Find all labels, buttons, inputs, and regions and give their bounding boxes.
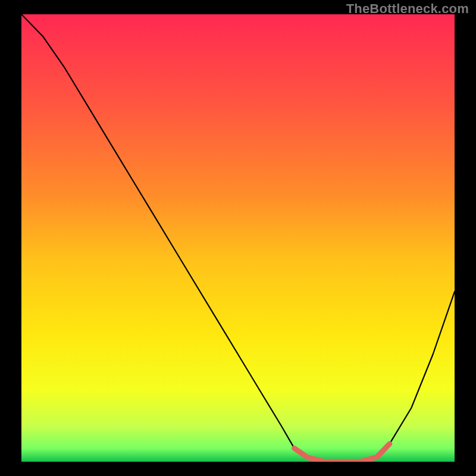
gradient-background [21,14,455,462]
watermark-text: TheBottleneck.com [346,1,469,17]
chart-svg [21,14,455,462]
plot-area [21,14,455,462]
chart-frame: TheBottleneck.com [0,0,476,476]
